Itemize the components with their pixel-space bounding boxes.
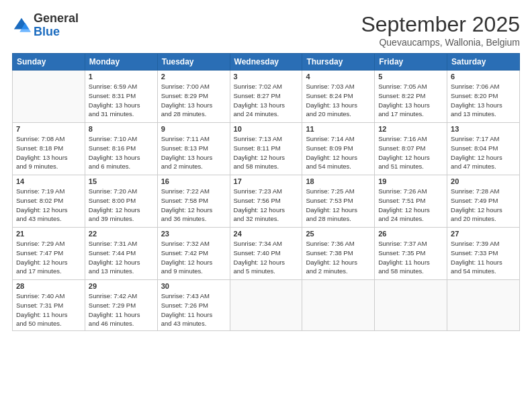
- day-number: 27: [451, 230, 516, 238]
- calendar-day-header: Sunday: [13, 54, 85, 71]
- calendar-cell: 11Sunrise: 7:14 AM Sunset: 8:09 PM Dayli…: [302, 123, 375, 175]
- calendar-cell: 27Sunrise: 7:39 AM Sunset: 7:33 PM Dayli…: [447, 228, 520, 280]
- subtitle: Quevaucamps, Wallonia, Belgium: [361, 37, 520, 48]
- day-info: Sunrise: 7:43 AM Sunset: 7:26 PM Dayligh…: [161, 291, 226, 328]
- day-number: 1: [89, 73, 154, 81]
- day-number: 28: [16, 282, 81, 290]
- day-number: 8: [89, 125, 154, 133]
- logo: General Blue: [12, 12, 79, 39]
- day-info: Sunrise: 7:17 AM Sunset: 8:04 PM Dayligh…: [451, 134, 516, 171]
- day-number: 21: [16, 230, 81, 238]
- day-info: Sunrise: 7:20 AM Sunset: 8:00 PM Dayligh…: [89, 187, 154, 224]
- calendar-cell: 5Sunrise: 7:05 AM Sunset: 8:22 PM Daylig…: [375, 71, 447, 123]
- calendar-cell: 17Sunrise: 7:23 AM Sunset: 7:56 PM Dayli…: [230, 175, 302, 228]
- day-info: Sunrise: 7:11 AM Sunset: 8:13 PM Dayligh…: [161, 134, 226, 171]
- calendar-cell: 4Sunrise: 7:03 AM Sunset: 8:24 PM Daylig…: [302, 71, 375, 123]
- day-info: Sunrise: 7:31 AM Sunset: 7:44 PM Dayligh…: [89, 239, 154, 276]
- day-number: 9: [161, 125, 226, 133]
- day-number: 20: [451, 177, 516, 185]
- calendar-cell: 7Sunrise: 7:08 AM Sunset: 8:18 PM Daylig…: [13, 123, 85, 175]
- logo-text: General Blue: [34, 12, 79, 39]
- day-info: Sunrise: 7:03 AM Sunset: 8:24 PM Dayligh…: [306, 82, 371, 119]
- day-number: 30: [161, 282, 226, 290]
- day-info: Sunrise: 6:59 AM Sunset: 8:31 PM Dayligh…: [89, 82, 154, 119]
- logo-general: General: [34, 11, 79, 25]
- calendar-cell: [375, 280, 447, 331]
- calendar-day-header: Thursday: [302, 54, 375, 71]
- calendar-cell: 20Sunrise: 7:28 AM Sunset: 7:49 PM Dayli…: [447, 175, 520, 228]
- day-info: Sunrise: 7:05 AM Sunset: 8:22 PM Dayligh…: [378, 82, 443, 119]
- day-info: Sunrise: 7:10 AM Sunset: 8:16 PM Dayligh…: [89, 134, 154, 171]
- day-info: Sunrise: 7:29 AM Sunset: 7:47 PM Dayligh…: [16, 239, 81, 276]
- calendar-day-header: Friday: [375, 54, 447, 71]
- day-info: Sunrise: 7:26 AM Sunset: 7:51 PM Dayligh…: [378, 187, 443, 224]
- calendar-day-header: Wednesday: [230, 54, 302, 71]
- header: General Blue September 2025 Quevaucamps,…: [12, 12, 520, 48]
- day-number: 6: [451, 73, 516, 81]
- calendar-day-header: Saturday: [447, 54, 520, 71]
- day-number: 11: [306, 125, 371, 133]
- calendar-week-row: 7Sunrise: 7:08 AM Sunset: 8:18 PM Daylig…: [13, 123, 520, 175]
- day-number: 5: [378, 73, 443, 81]
- calendar-week-row: 14Sunrise: 7:19 AM Sunset: 8:02 PM Dayli…: [13, 175, 520, 228]
- day-info: Sunrise: 7:28 AM Sunset: 7:49 PM Dayligh…: [451, 187, 516, 224]
- calendar-day-header: Monday: [85, 54, 157, 71]
- day-info: Sunrise: 7:06 AM Sunset: 8:20 PM Dayligh…: [451, 82, 516, 119]
- calendar-cell: 3Sunrise: 7:02 AM Sunset: 8:27 PM Daylig…: [230, 71, 302, 123]
- calendar-cell: [230, 280, 302, 331]
- day-info: Sunrise: 7:16 AM Sunset: 8:07 PM Dayligh…: [378, 134, 443, 171]
- title-block: September 2025 Quevaucamps, Wallonia, Be…: [361, 12, 520, 48]
- month-title: September 2025: [361, 12, 520, 37]
- day-number: 19: [378, 177, 443, 185]
- day-number: 3: [234, 73, 299, 81]
- day-info: Sunrise: 7:08 AM Sunset: 8:18 PM Dayligh…: [16, 134, 81, 171]
- day-number: 7: [16, 125, 81, 133]
- calendar-cell: 9Sunrise: 7:11 AM Sunset: 8:13 PM Daylig…: [157, 123, 230, 175]
- calendar-cell: 29Sunrise: 7:42 AM Sunset: 7:29 PM Dayli…: [85, 280, 157, 331]
- day-info: Sunrise: 7:34 AM Sunset: 7:40 PM Dayligh…: [234, 239, 299, 276]
- calendar-cell: 24Sunrise: 7:34 AM Sunset: 7:40 PM Dayli…: [230, 228, 302, 280]
- calendar-week-row: 1Sunrise: 6:59 AM Sunset: 8:31 PM Daylig…: [13, 71, 520, 123]
- calendar-cell: 2Sunrise: 7:00 AM Sunset: 8:29 PM Daylig…: [157, 71, 230, 123]
- calendar-cell: 23Sunrise: 7:32 AM Sunset: 7:42 PM Dayli…: [157, 228, 230, 280]
- day-number: 15: [89, 177, 154, 185]
- calendar-week-row: 21Sunrise: 7:29 AM Sunset: 7:47 PM Dayli…: [13, 228, 520, 280]
- day-info: Sunrise: 7:02 AM Sunset: 8:27 PM Dayligh…: [234, 82, 299, 119]
- calendar-cell: 13Sunrise: 7:17 AM Sunset: 8:04 PM Dayli…: [447, 123, 520, 175]
- calendar-cell: [302, 280, 375, 331]
- calendar-cell: 1Sunrise: 6:59 AM Sunset: 8:31 PM Daylig…: [85, 71, 157, 123]
- calendar-week-row: 28Sunrise: 7:40 AM Sunset: 7:31 PM Dayli…: [13, 280, 520, 331]
- day-number: 25: [306, 230, 371, 238]
- day-info: Sunrise: 7:40 AM Sunset: 7:31 PM Dayligh…: [16, 291, 81, 328]
- day-info: Sunrise: 7:25 AM Sunset: 7:53 PM Dayligh…: [306, 187, 371, 224]
- day-number: 10: [234, 125, 299, 133]
- calendar-cell: 26Sunrise: 7:37 AM Sunset: 7:35 PM Dayli…: [375, 228, 447, 280]
- calendar-cell: 18Sunrise: 7:25 AM Sunset: 7:53 PM Dayli…: [302, 175, 375, 228]
- calendar-cell: 8Sunrise: 7:10 AM Sunset: 8:16 PM Daylig…: [85, 123, 157, 175]
- calendar-cell: 28Sunrise: 7:40 AM Sunset: 7:31 PM Dayli…: [13, 280, 85, 331]
- logo-blue: Blue: [34, 25, 60, 38]
- day-info: Sunrise: 7:37 AM Sunset: 7:35 PM Dayligh…: [378, 239, 443, 276]
- calendar-cell: 30Sunrise: 7:43 AM Sunset: 7:26 PM Dayli…: [157, 280, 230, 331]
- calendar-cell: 21Sunrise: 7:29 AM Sunset: 7:47 PM Dayli…: [13, 228, 85, 280]
- day-number: 18: [306, 177, 371, 185]
- day-number: 2: [161, 73, 226, 81]
- day-info: Sunrise: 7:00 AM Sunset: 8:29 PM Dayligh…: [161, 82, 226, 119]
- day-number: 29: [89, 282, 154, 290]
- calendar-cell: 10Sunrise: 7:13 AM Sunset: 8:11 PM Dayli…: [230, 123, 302, 175]
- day-number: 13: [451, 125, 516, 133]
- day-info: Sunrise: 7:22 AM Sunset: 7:58 PM Dayligh…: [161, 187, 226, 224]
- day-info: Sunrise: 7:19 AM Sunset: 8:02 PM Dayligh…: [16, 187, 81, 224]
- day-info: Sunrise: 7:36 AM Sunset: 7:38 PM Dayligh…: [306, 239, 371, 276]
- page: General Blue September 2025 Quevaucamps,…: [0, 0, 532, 411]
- day-number: 16: [161, 177, 226, 185]
- calendar-cell: 16Sunrise: 7:22 AM Sunset: 7:58 PM Dayli…: [157, 175, 230, 228]
- calendar-header-row: SundayMondayTuesdayWednesdayThursdayFrid…: [13, 54, 520, 71]
- day-number: 14: [16, 177, 81, 185]
- calendar-cell: 12Sunrise: 7:16 AM Sunset: 8:07 PM Dayli…: [375, 123, 447, 175]
- calendar-cell: 22Sunrise: 7:31 AM Sunset: 7:44 PM Dayli…: [85, 228, 157, 280]
- calendar-cell: 19Sunrise: 7:26 AM Sunset: 7:51 PM Dayli…: [375, 175, 447, 228]
- day-info: Sunrise: 7:23 AM Sunset: 7:56 PM Dayligh…: [234, 187, 299, 224]
- day-number: 22: [89, 230, 154, 238]
- day-info: Sunrise: 7:42 AM Sunset: 7:29 PM Dayligh…: [89, 291, 154, 328]
